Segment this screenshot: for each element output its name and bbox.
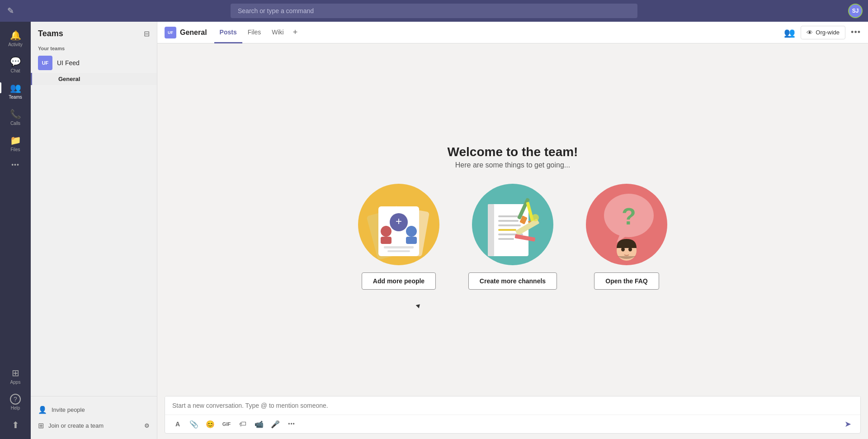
channel-header-actions: 👥 👁 Org-wide ••• xyxy=(784,26,861,39)
team-badge-uf: UF xyxy=(38,56,52,70)
emoji-button[interactable]: 😊 xyxy=(203,417,217,431)
chat-toolbar: A 📎 😊 GIF 🏷 📹 xyxy=(165,415,860,433)
chat-input-area: A 📎 😊 GIF 🏷 📹 xyxy=(157,391,868,439)
attach-button[interactable]: 📎 xyxy=(187,417,201,431)
open-faq-illustration: ? xyxy=(586,184,667,265)
svg-point-7 xyxy=(406,226,417,237)
files-icon: 📁 xyxy=(10,135,21,146)
topbar-left: ✎ xyxy=(5,4,195,18)
open-faq-button[interactable]: Open the FAQ xyxy=(594,272,659,290)
sidebar-section-label: Your teams xyxy=(31,42,157,53)
gif-icon: GIF xyxy=(222,421,231,427)
svg-point-25 xyxy=(532,214,539,221)
activity-icon: 🔔 xyxy=(10,30,21,41)
eye-icon: 👁 xyxy=(807,29,813,36)
chat-input-field[interactable] xyxy=(165,396,860,415)
channel-header-name: General xyxy=(180,29,207,37)
teams-icon: 👥 xyxy=(10,82,21,93)
sidebar-title: Teams xyxy=(38,29,63,38)
action-card-add-people: + Add more people xyxy=(349,184,448,290)
people-icon[interactable]: 👥 xyxy=(784,27,795,38)
sidebar-item-teams[interactable]: 👥 Teams xyxy=(0,79,31,103)
join-label: Join or create a team xyxy=(48,422,104,429)
svg-rect-9 xyxy=(384,246,414,248)
create-more-channels-button[interactable]: Create more channels xyxy=(468,272,557,290)
svg-rect-6 xyxy=(381,237,392,244)
channel-header: UF General Posts Files Wiki + 👥 xyxy=(157,22,868,43)
sidebar-bottom: 👤 Invite people ⊞ Join or create a team … xyxy=(31,396,157,439)
topbar: ✎ SJ xyxy=(0,0,868,22)
action-card-create-channels: Create more channels xyxy=(463,184,562,290)
svg-rect-18 xyxy=(498,238,514,240)
invite-people-button[interactable]: 👤 Invite people xyxy=(31,402,157,418)
svg-point-31 xyxy=(628,247,632,251)
emoji-icon: 😊 xyxy=(206,420,215,429)
svg-rect-10 xyxy=(387,250,410,252)
team-name-uf: UI Feed xyxy=(57,59,137,67)
audio-button[interactable]: 🎤 xyxy=(268,417,283,431)
sidebar-item-help[interactable]: ? Help xyxy=(0,390,31,414)
join-create-team-button[interactable]: ⊞ Join or create a team ⚙ xyxy=(31,418,157,434)
svg-text:+: + xyxy=(396,215,402,227)
channel-name-general: General xyxy=(58,76,80,82)
channel-team-badge: UF xyxy=(165,27,176,38)
attach-icon: 📎 xyxy=(189,420,198,429)
posts-area: Welcome to the team! Here are some thing… xyxy=(157,43,868,391)
more-toolbar-button[interactable]: ••• xyxy=(284,417,299,431)
sidebar-item-files[interactable]: 📁 Files xyxy=(0,131,31,156)
send-icon: ➤ xyxy=(844,419,851,429)
filter-icon[interactable]: ⊟ xyxy=(144,29,150,38)
calls-icon: 📞 xyxy=(10,109,21,119)
gif-button[interactable]: GIF xyxy=(219,417,234,431)
chat-icon: 💬 xyxy=(10,56,21,67)
invite-icon: 👤 xyxy=(38,406,47,414)
action-cards: + Add more people xyxy=(349,184,676,290)
sidebar-item-activity[interactable]: 🔔 Activity xyxy=(0,26,31,51)
chat-input-box: A 📎 😊 GIF 🏷 📹 xyxy=(165,396,861,434)
sticker-button[interactable]: 🏷 xyxy=(236,417,250,431)
team-item-ui-feed[interactable]: UF UI Feed ••• xyxy=(31,53,157,73)
apps-icon: ⊞ xyxy=(12,367,19,378)
help-icon: ? xyxy=(10,394,21,405)
tab-posts[interactable]: Posts xyxy=(214,22,242,43)
format-text-button[interactable]: A xyxy=(170,417,185,431)
settings-icon[interactable]: ⚙ xyxy=(144,422,150,429)
tab-files[interactable]: Files xyxy=(242,22,267,43)
sidebar-item-more[interactable]: ••• xyxy=(0,157,31,173)
search-input[interactable] xyxy=(231,4,637,18)
sidebar-item-chat[interactable]: 💬 Chat xyxy=(0,52,31,77)
sticker-icon: 🏷 xyxy=(239,420,246,428)
org-wide-button[interactable]: 👁 Org-wide xyxy=(801,26,845,39)
upload-icon: ⬆ xyxy=(12,420,19,430)
sidebar-item-upload[interactable]: ⬆ xyxy=(0,416,31,434)
svg-rect-12 xyxy=(488,204,494,256)
topbar-right: SJ xyxy=(673,4,863,18)
topbar-center xyxy=(231,4,637,18)
add-people-illustration: + xyxy=(358,184,439,265)
svg-point-5 xyxy=(381,226,392,237)
welcome-section: Welcome to the team! Here are some thing… xyxy=(448,145,578,169)
sidebar-header: Teams ⊟ xyxy=(31,22,157,42)
channel-tabs: Posts Files Wiki + xyxy=(214,22,781,43)
sidebar-item-calls[interactable]: 📞 Calls xyxy=(0,105,31,129)
join-icon: ⊞ xyxy=(38,421,44,430)
sidebar: Teams ⊟ Your teams UF UI Feed ••• Genera… xyxy=(31,22,157,439)
tab-wiki[interactable]: Wiki xyxy=(266,22,289,43)
svg-rect-14 xyxy=(498,220,519,222)
add-tab-button[interactable]: + xyxy=(289,22,302,43)
avatar[interactable]: SJ xyxy=(848,4,863,18)
add-more-people-button[interactable]: Add more people xyxy=(362,272,436,290)
send-button[interactable]: ➤ xyxy=(840,417,855,431)
sidebar-item-apps[interactable]: ⊞ Apps xyxy=(0,364,31,388)
invite-label: Invite people xyxy=(52,406,85,413)
audio-icon: 🎤 xyxy=(271,420,280,429)
more-options-icon[interactable]: ••• xyxy=(851,28,861,37)
compose-icon[interactable]: ✎ xyxy=(5,4,16,18)
channel-item-general[interactable]: General xyxy=(31,73,157,85)
action-card-open-faq: ? xyxy=(577,184,676,290)
video-button[interactable]: 📹 xyxy=(252,417,266,431)
svg-rect-8 xyxy=(406,237,417,244)
create-channels-illustration xyxy=(472,184,553,265)
welcome-title: Welcome to the team! xyxy=(448,145,578,159)
svg-point-30 xyxy=(621,247,625,251)
